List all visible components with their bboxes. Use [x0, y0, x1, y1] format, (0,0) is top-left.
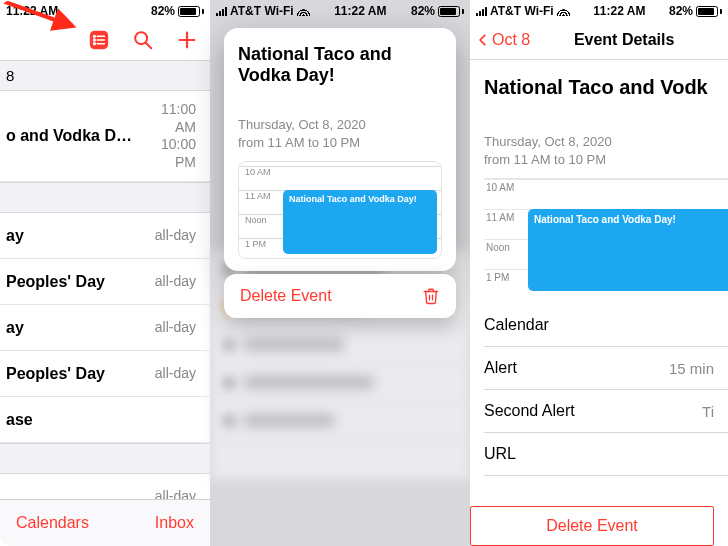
add-event-icon[interactable] — [176, 29, 198, 51]
event-details-body[interactable]: National Taco and Vodk Thursday, Oct 8, … — [470, 60, 728, 488]
calendar-list-screen: 11:22 AM 82% 8 o and Vodka Day! 11:00 AM… — [0, 0, 210, 546]
back-button[interactable]: Oct 8 — [492, 31, 530, 49]
second-alert-row[interactable]: Second AlertTi — [484, 390, 728, 433]
status-time: 11:22 AM — [593, 4, 645, 18]
calendar-row[interactable]: Calendar — [484, 304, 728, 347]
inbox-button[interactable]: Inbox — [155, 514, 194, 532]
event-row[interactable]: ayall-day — [0, 213, 210, 259]
alert-row[interactable]: Alert15 min — [484, 347, 728, 390]
event-preview-card[interactable]: National Taco and Vodka Day! Thursday, O… — [224, 28, 456, 271]
search-icon[interactable] — [132, 29, 154, 51]
calendar-footer: Calendars Inbox — [0, 499, 210, 546]
event-row[interactable]: Peoples' Dayall-day — [0, 259, 210, 305]
mini-timeline: 10 AM 11 AM Noon 1 PM National Taco and … — [238, 161, 442, 259]
svg-point-6 — [94, 43, 96, 45]
status-battery-pct: 82% — [411, 4, 435, 18]
battery-icon — [178, 6, 204, 17]
url-row[interactable]: URL — [484, 433, 728, 476]
day-header — [0, 182, 210, 213]
nav-bar: Oct 8 Event Details — [470, 20, 728, 60]
events-list[interactable]: 8 o and Vodka Day! 11:00 AM 10:00 PM aya… — [0, 60, 210, 499]
carrier-label: AT&T Wi-Fi — [490, 4, 554, 18]
wifi-icon — [557, 6, 570, 16]
status-battery-pct: 82% — [151, 4, 175, 18]
event-title: National Taco and Vodk — [484, 60, 728, 133]
nav-title: Event Details — [532, 31, 722, 49]
carrier-label: AT&T Wi-Fi — [230, 4, 294, 18]
day-header — [0, 443, 210, 474]
event-subtitle: Thursday, Oct 8, 2020 from 11 AM to 10 P… — [484, 133, 728, 168]
event-row[interactable]: ase — [0, 397, 210, 443]
list-view-icon[interactable] — [88, 29, 110, 51]
status-time: 11:22 AM — [6, 4, 58, 18]
day-header: 8 — [0, 60, 210, 91]
battery-icon — [438, 6, 464, 17]
event-row[interactable]: ayall-day — [0, 305, 210, 351]
battery-icon — [696, 6, 722, 17]
status-bar: AT&T Wi-Fi 11:22 AM 82% — [210, 0, 470, 20]
status-bar: AT&T Wi-Fi 11:22 AM 82% — [470, 0, 728, 20]
event-row[interactable]: Peoples' Dayall-day — [0, 351, 210, 397]
event-context-menu-screen: AT&T Wi-Fi 11:22 AM 82% National Taco an… — [210, 0, 470, 546]
chevron-left-icon[interactable] — [476, 29, 490, 51]
event-row[interactable]: o and Vodka Day! 11:00 AM 10:00 PM — [0, 91, 210, 182]
signal-icon — [216, 6, 227, 16]
delete-event-button[interactable]: Delete Event — [470, 506, 714, 546]
event-details-screen: AT&T Wi-Fi 11:22 AM 82% Oct 8 Event Deta… — [470, 0, 728, 546]
delete-event-button[interactable]: Delete Event — [224, 274, 456, 318]
event-block: National Taco and Vodka Day! — [283, 190, 437, 254]
delete-event-label: Delete Event — [240, 287, 332, 305]
signal-icon — [476, 6, 487, 16]
status-time: 11:22 AM — [334, 4, 386, 18]
calendars-button[interactable]: Calendars — [16, 514, 89, 532]
svg-point-4 — [94, 39, 96, 41]
trash-icon — [422, 287, 440, 305]
status-battery-pct: 82% — [669, 4, 693, 18]
event-row[interactable]: all-day — [0, 474, 210, 499]
svg-line-9 — [146, 43, 152, 49]
mini-timeline: 10 AM 11 AM Noon 1 PM National Taco and … — [484, 178, 728, 296]
calendar-toolbar — [0, 20, 210, 60]
event-subtitle: Thursday, Oct 8, 2020 from 11 AM to 10 P… — [238, 116, 442, 151]
svg-point-2 — [94, 35, 96, 37]
wifi-icon — [297, 6, 310, 16]
status-bar: 11:22 AM 82% — [0, 0, 210, 20]
event-block: National Taco and Vodka Day! — [528, 209, 728, 291]
event-title: National Taco and Vodka Day! — [238, 44, 442, 86]
